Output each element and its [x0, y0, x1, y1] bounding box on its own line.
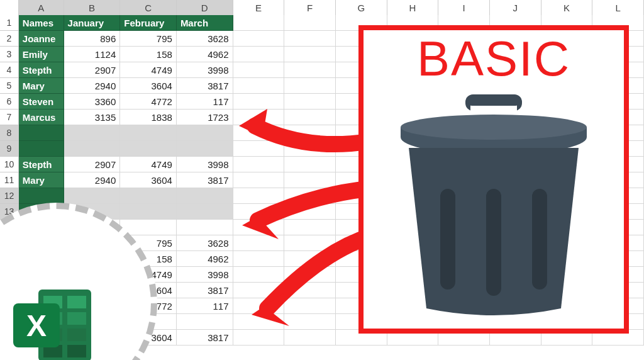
- row-header-3[interactable]: 3: [0, 47, 19, 62]
- cell-D9[interactable]: [177, 141, 233, 157]
- cell-D1[interactable]: March: [177, 15, 233, 31]
- cell-E13[interactable]: [233, 204, 285, 220]
- col-header-G[interactable]: G: [336, 0, 387, 15]
- cell-A2[interactable]: Joanne: [19, 31, 64, 47]
- cell-C9[interactable]: [120, 141, 177, 157]
- col-header-E[interactable]: E: [233, 0, 285, 15]
- cell-F21[interactable]: [284, 330, 336, 346]
- cell-E17[interactable]: [233, 267, 285, 283]
- cell-E20[interactable]: [233, 314, 285, 330]
- cell-A9[interactable]: [19, 141, 64, 157]
- cell-A12[interactable]: [19, 188, 64, 204]
- cell-B3[interactable]: 1124: [64, 47, 121, 62]
- cell-D10[interactable]: 3998: [177, 157, 233, 172]
- cell-E7[interactable]: [233, 110, 285, 125]
- cell-F17[interactable]: [284, 267, 336, 283]
- cell-D20[interactable]: [177, 314, 233, 330]
- cell-B4[interactable]: 2907: [64, 62, 121, 78]
- col-header-H[interactable]: H: [387, 0, 439, 15]
- cell-E19[interactable]: [233, 298, 285, 314]
- cell-E4[interactable]: [233, 62, 285, 78]
- cell-E8[interactable]: [233, 125, 285, 141]
- cell-A11[interactable]: Mary: [19, 172, 64, 188]
- cell-C6[interactable]: 4772: [120, 94, 177, 110]
- cell-D6[interactable]: 117: [177, 94, 233, 110]
- cell-F10[interactable]: [284, 157, 336, 172]
- cell-D5[interactable]: 3817: [177, 78, 233, 94]
- col-header-L[interactable]: L: [592, 0, 644, 15]
- cell-F20[interactable]: [284, 314, 336, 330]
- col-header-C[interactable]: C: [120, 0, 177, 15]
- cell-E9[interactable]: [233, 141, 285, 157]
- row-header-6[interactable]: 6: [0, 94, 19, 110]
- cell-A10[interactable]: Stepth: [19, 157, 64, 172]
- cell-D15[interactable]: 3628: [177, 235, 233, 251]
- cell-E18[interactable]: [233, 283, 285, 298]
- cell-F4[interactable]: [284, 62, 336, 78]
- row-header-8[interactable]: 8: [0, 125, 19, 141]
- row-header-4[interactable]: 4: [0, 62, 19, 78]
- cell-A1[interactable]: Names: [19, 15, 64, 31]
- cell-D11[interactable]: 3817: [177, 172, 233, 188]
- cell-E12[interactable]: [233, 188, 285, 204]
- col-header-A[interactable]: A: [19, 0, 64, 15]
- cell-E3[interactable]: [233, 47, 285, 62]
- cell-A7[interactable]: Marcus: [19, 110, 64, 125]
- cell-C1[interactable]: February: [120, 15, 177, 31]
- cell-F11[interactable]: [284, 172, 336, 188]
- cell-E10[interactable]: [233, 157, 285, 172]
- row-header-2[interactable]: 2: [0, 31, 19, 47]
- row-header-1[interactable]: 1: [0, 15, 19, 31]
- cell-D19[interactable]: 117: [177, 298, 233, 314]
- cell-B9[interactable]: [64, 141, 121, 157]
- cell-E15[interactable]: [233, 235, 285, 251]
- cell-C8[interactable]: [120, 125, 177, 141]
- cell-A3[interactable]: Emily: [19, 47, 64, 62]
- cell-B8[interactable]: [64, 125, 121, 141]
- cell-D13[interactable]: [177, 204, 233, 220]
- cell-D7[interactable]: 1723: [177, 110, 233, 125]
- cell-F1[interactable]: [284, 15, 336, 31]
- cell-F3[interactable]: [284, 47, 336, 62]
- cell-B11[interactable]: 2940: [64, 172, 121, 188]
- cell-F19[interactable]: [284, 298, 336, 314]
- cell-B6[interactable]: 3360: [64, 94, 121, 110]
- cell-E14[interactable]: [233, 220, 285, 235]
- row-header-9[interactable]: 9: [0, 141, 19, 157]
- cell-E6[interactable]: [233, 94, 285, 110]
- cell-A5[interactable]: Mary: [19, 78, 64, 94]
- cell-C5[interactable]: 3604: [120, 78, 177, 94]
- col-header-I[interactable]: I: [438, 0, 490, 15]
- cell-F16[interactable]: [284, 251, 336, 267]
- cell-A8[interactable]: [19, 125, 64, 141]
- cell-E2[interactable]: [233, 31, 285, 47]
- cell-C3[interactable]: 158: [120, 47, 177, 62]
- cell-D21[interactable]: 3817: [177, 330, 233, 346]
- cell-F15[interactable]: [284, 235, 336, 251]
- col-header-K[interactable]: K: [541, 0, 593, 15]
- cell-A6[interactable]: Steven: [19, 94, 64, 110]
- select-all-corner[interactable]: [0, 0, 19, 15]
- cell-B7[interactable]: 3135: [64, 110, 121, 125]
- cell-B10[interactable]: 2907: [64, 157, 121, 172]
- cell-F5[interactable]: [284, 78, 336, 94]
- cell-C2[interactable]: 795: [120, 31, 177, 47]
- row-header-5[interactable]: 5: [0, 78, 19, 94]
- col-header-B[interactable]: B: [64, 0, 121, 15]
- cell-D18[interactable]: 3817: [177, 283, 233, 298]
- cell-D3[interactable]: 4962: [177, 47, 233, 62]
- cell-D12[interactable]: [177, 188, 233, 204]
- cell-A4[interactable]: Stepth: [19, 62, 64, 78]
- cell-C12[interactable]: [120, 188, 177, 204]
- cell-F6[interactable]: [284, 94, 336, 110]
- cell-B5[interactable]: 2940: [64, 78, 121, 94]
- cell-E5[interactable]: [233, 78, 285, 94]
- cell-D2[interactable]: 3628: [177, 31, 233, 47]
- cell-C10[interactable]: 4749: [120, 157, 177, 172]
- cell-F7[interactable]: [284, 110, 336, 125]
- row-header-11[interactable]: 11: [0, 172, 19, 188]
- cell-D16[interactable]: 4962: [177, 251, 233, 267]
- cell-F8[interactable]: [284, 125, 336, 141]
- cell-C11[interactable]: 3604: [120, 172, 177, 188]
- cell-B1[interactable]: January: [64, 15, 121, 31]
